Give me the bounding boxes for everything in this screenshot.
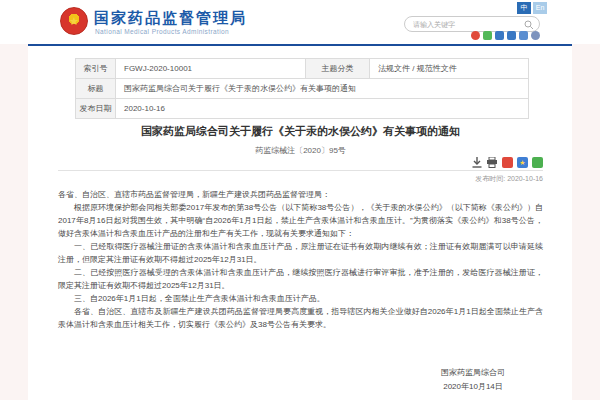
site-title-cn: 国家药品监督管理局 [94, 9, 247, 28]
paragraph: 二、已经按照医疗器械受理的含汞体温计和含汞血压计产品，继续按照医疗器械进行审评审… [58, 266, 543, 292]
category-label: 主题分类 [306, 59, 370, 79]
print-icon[interactable] [486, 157, 498, 168]
search-input[interactable] [413, 18, 521, 30]
email-icon[interactable] [507, 31, 516, 40]
share-qzone-icon[interactable]: ★ [517, 157, 528, 168]
doc-body: 各省、自治区、直辖市药品监督管理局，新疆生产建设兵团药品监督管理局： 根据原环境… [58, 188, 543, 331]
date-value: 2020-10-16 [116, 99, 529, 119]
date-label: 发布日期 [76, 99, 116, 119]
paragraph: 根据原环境保护部会同相关部委2017年发布的第38号公告（以下简称38号公告），… [58, 201, 543, 240]
table-row: 发布日期 2020-10-16 [76, 99, 529, 119]
doc-number: 药监综械注〔2020〕95号 [58, 145, 543, 156]
table-row: 索引号 FGWJ-2020-10001 主题分类 法规文件 / 规范性文件 [76, 59, 529, 79]
lang-toggle-en[interactable]: En [533, 2, 547, 14]
share-weibo-icon[interactable] [502, 157, 513, 168]
message-icon[interactable] [519, 31, 528, 40]
doc-toolbar: ★ [472, 156, 543, 168]
signature-org: 国家药监局综合司 [441, 366, 505, 380]
mobile-icon[interactable] [495, 31, 504, 40]
index-value: FGWJ-2020-10001 [116, 59, 306, 79]
signature-block: 国家药监局综合司 2020年10月14日 [441, 366, 505, 394]
title-value: 国家药监局综合司关于履行《关于汞的水俣公约》有关事项的通知 [116, 79, 529, 99]
doc-divider [58, 170, 543, 171]
paragraph: 各省、自治区、直辖市及新疆生产建设兵团药品监督管理局要高度重视，指导辖区内相关企… [58, 305, 543, 331]
weibo-icon[interactable] [471, 31, 480, 40]
site-title-en: National Medical Products Administration [95, 28, 229, 35]
search-icon[interactable] [524, 20, 534, 30]
title-label: 标题 [76, 79, 116, 99]
download-icon[interactable] [472, 157, 482, 168]
paragraph: 一、已经取得医疗器械注册证的含汞体温计和含汞血压计产品，原注册证在证书有效期内继… [58, 240, 543, 266]
wechat-icon[interactable] [483, 31, 492, 40]
header-quick-links [471, 31, 540, 40]
table-row: 标题 国家药监局综合司关于履行《关于汞的水俣公约》有关事项的通知 [76, 79, 529, 99]
paragraph: 三、自2026年1月1日起，全面禁止生产含汞体温计和含汞血压计产品。 [58, 292, 543, 305]
share-wechat-icon[interactable] [532, 157, 543, 168]
header-divider [28, 44, 572, 46]
search-box[interactable] [404, 16, 540, 32]
publish-time: 发布时间: 2020-10-16 [475, 174, 543, 184]
lang-toggle-zh[interactable]: 中 [517, 2, 531, 14]
national-emblem-logo: ★ [60, 7, 88, 35]
salutation: 各省、自治区、直辖市药品监督管理局，新疆生产建设兵团药品监督管理局： [58, 188, 543, 201]
signature-date: 2020年10月14日 [441, 380, 505, 394]
page-title: 国家药监局综合司关于履行《关于汞的水俣公约》有关事项的通知 [58, 124, 543, 139]
index-label: 索引号 [76, 59, 116, 79]
document-meta-table: 索引号 FGWJ-2020-10001 主题分类 法规文件 / 规范性文件 标题… [75, 58, 529, 119]
category-value: 法规文件 / 规范性文件 [370, 59, 529, 79]
user-icon[interactable] [531, 31, 540, 40]
